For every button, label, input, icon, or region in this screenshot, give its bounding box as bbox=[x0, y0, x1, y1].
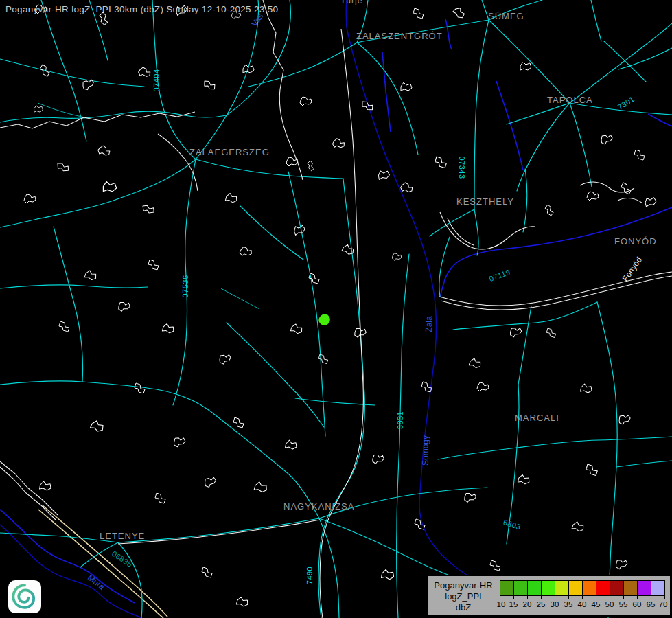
tick-label: 55 bbox=[619, 600, 628, 608]
legend-swatch bbox=[500, 580, 514, 596]
tick-label: 60 bbox=[633, 600, 642, 608]
motorway-layer bbox=[38, 505, 167, 618]
spiral-radar-icon bbox=[10, 582, 39, 611]
legend-swatch bbox=[610, 580, 624, 596]
river-label: Somogy bbox=[421, 435, 430, 466]
radar-map bbox=[0, 0, 672, 618]
rivers-layer bbox=[0, 0, 672, 618]
tick-label: 25 bbox=[537, 600, 546, 608]
town-label: TAPOLCA bbox=[547, 95, 593, 105]
echo-blob bbox=[318, 314, 329, 325]
tick-label: 45 bbox=[592, 600, 601, 608]
legend-swatch bbox=[582, 580, 596, 596]
legend-swatch bbox=[555, 580, 569, 596]
town-label: Türje bbox=[340, 0, 362, 5]
tick-label: 30 bbox=[551, 600, 559, 608]
tick-label: 15 bbox=[509, 600, 518, 608]
dbz-legend: Poganyvar-HR logZ_PPI dbZ bbox=[427, 575, 671, 617]
legend-caption: Poganyvar-HR logZ_PPI dbZ bbox=[432, 580, 494, 613]
legend-swatch bbox=[527, 580, 542, 596]
dbz-color-scale: 10 15 20 25 30 35 40 45 50 55 60 65 70 bbox=[500, 580, 667, 609]
road-label: 07343 bbox=[458, 156, 466, 179]
town-label: LETENYE bbox=[100, 531, 145, 541]
boundaries-layer bbox=[0, 0, 672, 618]
legend-swatch bbox=[651, 580, 665, 596]
road-label: 7490 bbox=[305, 566, 314, 584]
tick-labels: 10 15 20 25 30 35 40 45 50 55 60 65 70 bbox=[500, 599, 667, 609]
town-label: FONYÓD bbox=[614, 236, 657, 247]
legend-swatch bbox=[513, 580, 528, 596]
tick-label: 50 bbox=[605, 600, 614, 608]
river-label: Zala bbox=[424, 316, 434, 332]
tick-label: 65 bbox=[647, 600, 656, 608]
legend-swatch bbox=[541, 580, 555, 596]
met-logo[interactable] bbox=[8, 580, 41, 613]
legend-swatch bbox=[623, 580, 638, 596]
map-title: Poganyvar-HR logZ_PPI 30km (dbZ) Sunday … bbox=[5, 4, 278, 14]
tick-label: 20 bbox=[523, 600, 532, 608]
legend-unit: dbZ bbox=[432, 602, 494, 613]
legend-product-name: logZ_PPI bbox=[432, 591, 494, 602]
radar-viewer: Türje ZALASZENTGRÓT SÜMEG TAPOLCA ZALAEG… bbox=[0, 0, 672, 618]
color-swatches bbox=[500, 580, 667, 596]
precipitation-echo bbox=[318, 314, 329, 325]
legend-swatch bbox=[568, 580, 583, 596]
town-label: NAGYKANIZSA bbox=[283, 501, 354, 512]
road-label: 07404 bbox=[152, 69, 161, 91]
road-label: 07536 bbox=[181, 275, 189, 297]
legend-swatch bbox=[637, 580, 651, 596]
tick-label: 70 bbox=[659, 600, 668, 608]
tick-label: 40 bbox=[578, 600, 587, 608]
legend-swatch bbox=[596, 580, 610, 596]
town-label: KESZTHELY bbox=[456, 196, 514, 207]
town-label: SÜMEG bbox=[488, 11, 524, 21]
town-label: ZALAEGERSZEG bbox=[189, 147, 270, 157]
roads-layer bbox=[0, 0, 672, 618]
town-label: MARCALI bbox=[515, 413, 559, 423]
tick-label: 35 bbox=[564, 600, 573, 608]
tick-label: 10 bbox=[497, 600, 506, 608]
town-label: ZALASZENTGRÓT bbox=[356, 31, 443, 41]
road-label: 3831 bbox=[396, 411, 404, 429]
legend-radar-name: Poganyvar-HR bbox=[432, 580, 494, 591]
